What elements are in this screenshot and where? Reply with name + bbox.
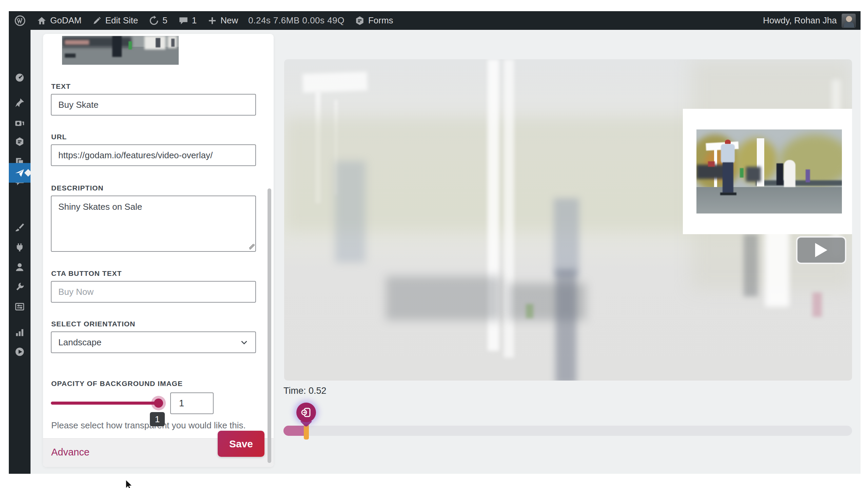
timeline-track[interactable] <box>283 426 852 436</box>
layer-thumbnail-image[interactable] <box>62 36 179 65</box>
site-name: GoDAM <box>50 15 81 26</box>
opacity-number-input[interactable] <box>170 392 214 414</box>
comment-bubble-icon <box>178 16 189 26</box>
cta-button-text-input[interactable] <box>51 281 256 303</box>
description-textarea[interactable]: Shiny Skates on Sale <box>51 196 256 252</box>
chevron-down-icon <box>240 338 249 347</box>
users-icon[interactable] <box>15 262 25 272</box>
cta-field-label: CTA BUTTON TEXT <box>51 269 122 278</box>
settings-icon[interactable] <box>15 302 25 312</box>
updates-icon <box>149 16 159 26</box>
edit-site-menu[interactable]: Edit Site <box>87 11 143 30</box>
orientation-selected-value: Landscape <box>58 337 101 348</box>
appearance-brush-icon[interactable] <box>15 222 25 232</box>
dashboard-icon[interactable] <box>15 72 25 82</box>
video-preview[interactable]: Buy Skate Shiny Skates on Sale BUY NOW S… <box>284 59 852 381</box>
media-icon[interactable] <box>15 118 25 128</box>
overlay-layer-icon <box>301 407 312 418</box>
screenshot-root: GoDAM Edit Site 5 1 New 0. <box>0 0 868 488</box>
new-label: New <box>220 15 238 26</box>
cta-overlay-card: Buy Skate Shiny Skates on Sale BUY NOW <box>683 109 852 234</box>
url-field-label: URL <box>51 133 67 141</box>
url-input[interactable] <box>51 144 256 166</box>
overlay-layer-marker[interactable] <box>296 403 316 430</box>
updates-count: 5 <box>162 15 167 26</box>
orientation-field-label: SELECT ORIENTATION <box>51 320 135 328</box>
panel-scrollbar[interactable] <box>268 188 271 463</box>
forms-label: Forms <box>368 15 393 26</box>
wordpress-logo-icon <box>14 15 26 26</box>
comments-count: 1 <box>192 15 197 26</box>
opacity-slider-thumb[interactable] <box>154 399 163 408</box>
forms-hexagon-icon <box>355 16 365 26</box>
content-area: TEXT URL DESCRIPTION Shiny Skates on Sal… <box>31 30 861 474</box>
video-play-icon[interactable] <box>15 347 25 357</box>
mouse-cursor <box>124 479 134 488</box>
howdy-account-menu[interactable]: Howdy, Rohan Jha <box>763 15 837 26</box>
performance-stats: 0.24s 7.6MB 0.00s 49Q <box>243 15 349 26</box>
sidebar-item-godam-active[interactable] <box>9 163 31 183</box>
overlay-card-image <box>696 129 842 214</box>
description-field-label: DESCRIPTION <box>51 184 104 192</box>
opacity-slider-track[interactable] <box>51 402 158 405</box>
orientation-select[interactable]: Landscape <box>51 331 256 353</box>
godam-paper-plane-icon <box>15 168 25 178</box>
updates-menu[interactable]: 5 <box>143 11 173 30</box>
save-button[interactable]: Save <box>218 431 264 457</box>
play-icon <box>815 243 827 257</box>
overlay-settings-panel: TEXT URL DESCRIPTION Shiny Skates on Sal… <box>43 34 274 467</box>
home-icon <box>37 16 47 26</box>
plugins-plug-icon[interactable] <box>15 242 25 252</box>
wordpress-logo-menu[interactable] <box>9 11 31 30</box>
play-button[interactable] <box>796 236 846 264</box>
plus-icon <box>208 16 217 25</box>
forms-menu[interactable]: Forms <box>349 11 399 30</box>
tools-wrench-icon[interactable] <box>15 282 25 292</box>
comments-menu[interactable]: 1 <box>173 11 202 30</box>
wp-admin-sidebar <box>9 30 31 474</box>
analytics-chart-icon[interactable] <box>15 327 25 338</box>
wp-admin-bar: GoDAM Edit Site 5 1 New 0. <box>9 11 861 30</box>
new-content-menu[interactable]: New <box>202 11 243 30</box>
pencil-icon <box>92 16 102 25</box>
panel-footer: Advance Save <box>43 438 274 467</box>
time-indicator: Time: 0.52 <box>283 386 327 396</box>
user-avatar[interactable] <box>842 14 856 28</box>
edit-site-label: Edit Site <box>105 15 138 26</box>
gravity-forms-icon[interactable] <box>15 137 25 147</box>
site-menu-godam[interactable]: GoDAM <box>31 11 87 30</box>
opacity-field-label: OPACITY OF BACKGROUND IMAGE <box>51 380 183 388</box>
text-input[interactable] <box>51 94 256 116</box>
opacity-help-text: Please select how transparent you would … <box>51 420 246 431</box>
text-field-label: TEXT <box>51 82 71 90</box>
opacity-slider-tooltip: 1 <box>150 412 165 426</box>
advance-link[interactable]: Advance <box>51 447 90 458</box>
posts-pin-icon[interactable] <box>15 98 25 108</box>
